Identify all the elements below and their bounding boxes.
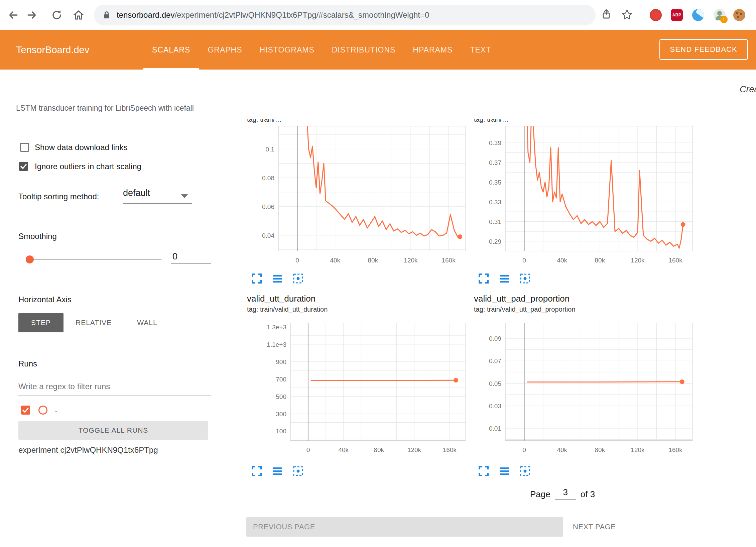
- svg-text:100: 100: [276, 428, 286, 435]
- fullscreen-icon[interactable]: [478, 465, 489, 477]
- svg-text:120k: 120k: [404, 257, 418, 264]
- svg-text:0.39: 0.39: [489, 139, 501, 146]
- data-table-icon[interactable]: [499, 465, 510, 477]
- send-feedback-button[interactable]: SEND FEEDBACK: [659, 39, 748, 60]
- tab-text[interactable]: TEXT: [461, 30, 500, 70]
- svg-text:0.03: 0.03: [489, 403, 501, 410]
- ignore-outliers-checkbox[interactable]: [19, 162, 28, 171]
- svg-text:900: 900: [276, 358, 286, 365]
- show-download-checkbox[interactable]: [20, 143, 29, 152]
- smoothing-value-input[interactable]: [171, 250, 211, 263]
- svg-text:1.1e+3: 1.1e+3: [267, 341, 286, 348]
- fit-domain-icon[interactable]: [292, 465, 304, 477]
- svg-text:0.08: 0.08: [262, 175, 274, 182]
- chart-tag: tag: train/valid_utt_duration: [247, 306, 328, 313]
- page-of-label: of 3: [581, 489, 595, 500]
- tab-hparams[interactable]: HPARAMS: [404, 30, 461, 70]
- smoothing-slider-thumb[interactable]: [26, 255, 34, 263]
- back-icon[interactable]: [7, 9, 19, 21]
- svg-text:80k: 80k: [595, 257, 605, 264]
- forward-icon[interactable]: [26, 9, 38, 21]
- experiment-description: LSTM transducer training for LibriSpeech…: [16, 104, 194, 113]
- svg-text:0: 0: [522, 446, 526, 453]
- address-bar[interactable]: tensorboard.dev/experiment/cj2vtPiwQHKN9…: [94, 5, 596, 25]
- tab-distributions[interactable]: DISTRIBUTIONS: [323, 30, 404, 70]
- runs-filter-input[interactable]: [18, 377, 211, 396]
- svg-text:160k: 160k: [443, 446, 457, 453]
- svg-text:0: 0: [306, 446, 310, 453]
- chart-tag-clipped: tag: train/…: [247, 119, 281, 123]
- share-icon[interactable]: [600, 8, 612, 20]
- dropdown-underline: [123, 203, 192, 204]
- chart-plot-4[interactable]: 040k80k120k160k0.010.030.050.070.09: [461, 323, 695, 457]
- app-logo: TensorBoard.dev: [16, 30, 89, 70]
- chart-tag: tag: train/valid_utt_pad_proportion: [474, 306, 576, 313]
- smoothing-slider-track[interactable]: [29, 259, 161, 260]
- svg-text:1.3e+3: 1.3e+3: [267, 324, 286, 331]
- reload-icon[interactable]: [51, 9, 63, 21]
- axis-step-button[interactable]: STEP: [18, 313, 64, 332]
- run-checkbox[interactable]: [21, 406, 30, 415]
- page-input[interactable]: [555, 485, 576, 500]
- home-icon[interactable]: [73, 9, 85, 21]
- tab-scalars[interactable]: SCALARS: [143, 30, 199, 70]
- tooltip-sorting-select[interactable]: default: [123, 188, 150, 198]
- extension-cookie-icon[interactable]: [733, 9, 745, 21]
- svg-text:120k: 120k: [407, 446, 421, 453]
- tab-graphs[interactable]: GRAPHS: [199, 30, 251, 70]
- profile-avatar[interactable]: 1: [714, 9, 726, 21]
- svg-text:0.07: 0.07: [489, 357, 501, 364]
- url-domain: tensorboard.dev: [117, 10, 174, 19]
- clipped-right-text: Crea: [740, 84, 756, 95]
- chart-1-actions: [251, 273, 304, 284]
- fit-domain-icon[interactable]: [519, 465, 531, 477]
- chart-3-actions: [251, 465, 304, 477]
- svg-text:40k: 40k: [338, 446, 349, 453]
- svg-text:80k: 80k: [368, 257, 378, 264]
- chart-2-actions: [478, 273, 531, 284]
- chart-plot-3[interactable]: 040k80k120k160k1003005007009001.1e+31.3e…: [234, 323, 468, 457]
- experiment-subheader: Crea LSTM transducer training for LibriS…: [0, 70, 756, 119]
- svg-text:0.37: 0.37: [489, 159, 501, 166]
- previous-page-button[interactable]: PREVIOUS PAGE: [246, 517, 563, 537]
- chevron-down-icon[interactable]: [181, 194, 188, 198]
- svg-text:0: 0: [295, 257, 299, 264]
- settings-sidebar: Show data download links Ignore outliers…: [0, 119, 232, 547]
- extension-blue-icon[interactable]: [692, 9, 704, 21]
- svg-text:0: 0: [522, 257, 526, 264]
- fit-domain-icon[interactable]: [519, 273, 531, 284]
- chart-plot-2[interactable]: 040k80k120k160k0.290.310.330.350.370.39: [461, 126, 695, 268]
- fullscreen-icon[interactable]: [251, 465, 262, 477]
- chart-plot-1[interactable]: 040k80k120k160k0.040.060.080.1: [234, 126, 468, 268]
- extension-adblock-icon[interactable]: [650, 9, 662, 21]
- divider: [0, 347, 213, 347]
- smoothing-label: Smoothing: [18, 232, 57, 241]
- next-page-button[interactable]: NEXT PAGE: [573, 517, 616, 537]
- fullscreen-icon[interactable]: [251, 273, 262, 284]
- svg-text:0.05: 0.05: [489, 380, 501, 387]
- svg-text:160k: 160k: [668, 257, 682, 264]
- extension-abp-icon[interactable]: ABP: [671, 9, 683, 21]
- avatar-head: [717, 11, 722, 16]
- run-color-swatch[interactable]: [38, 406, 47, 415]
- url-text: tensorboard.dev/experiment/cj2vtPiwQHKN9…: [117, 10, 429, 20]
- browser-toolbar: tensorboard.dev/experiment/cj2vtPiwQHKN9…: [0, 0, 756, 30]
- bookmark-star-icon[interactable]: [621, 9, 633, 21]
- svg-text:40k: 40k: [557, 446, 567, 453]
- svg-text:500: 500: [276, 393, 286, 400]
- svg-text:80k: 80k: [595, 446, 605, 453]
- svg-text:120k: 120k: [631, 257, 645, 264]
- data-table-icon[interactable]: [272, 465, 283, 477]
- axis-wall-button[interactable]: WALL: [133, 313, 161, 332]
- tensorboard-header: TensorBoard.dev SCALARS GRAPHS HISTOGRAM…: [0, 30, 756, 70]
- nav-tabs: SCALARS GRAPHS HISTOGRAMS DISTRIBUTIONS …: [143, 30, 500, 70]
- axis-relative-button[interactable]: RELATIVE: [70, 313, 117, 332]
- fit-domain-icon[interactable]: [292, 273, 304, 284]
- data-table-icon[interactable]: [499, 273, 510, 284]
- fullscreen-icon[interactable]: [478, 273, 489, 284]
- toggle-all-runs-button[interactable]: TOGGLE ALL RUNS: [18, 421, 208, 440]
- tooltip-sorting-label: Tooltip sorting method:: [18, 192, 99, 201]
- data-table-icon[interactable]: [272, 273, 283, 284]
- tab-histograms[interactable]: HISTOGRAMS: [251, 30, 323, 70]
- svg-text:80k: 80k: [374, 446, 384, 453]
